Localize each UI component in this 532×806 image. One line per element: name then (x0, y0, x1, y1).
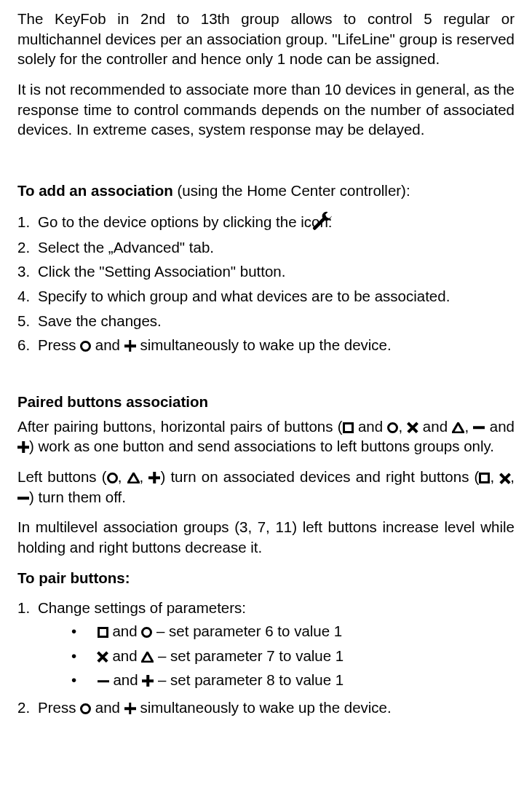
step-3: 3.Click the "Setting Association" button… (17, 261, 515, 282)
square-icon (343, 422, 354, 433)
step-2: 2.Select the „Advanced" tab. (17, 237, 515, 258)
plus-icon (124, 703, 136, 714)
step-1: 1.Go to the device options by clicking t… (17, 211, 515, 233)
intro-paragraph-2: It is not recommended to associate more … (17, 79, 515, 140)
svg-marker-0 (453, 423, 464, 432)
minus-icon (17, 493, 29, 504)
pair-step-1: 1.Change settings of parameters: and – s… (17, 598, 515, 690)
document-page: The KeyFob in 2nd to 13th group allows t… (0, 0, 532, 806)
circle-icon (80, 341, 91, 352)
paired-paragraph-3: In multilevel association groups (3, 7, … (17, 517, 515, 557)
x-icon (408, 422, 418, 433)
add-association-heading: To add an association (using the Home Ce… (17, 181, 515, 201)
to-pair-heading: To pair buttons: (17, 568, 515, 588)
svg-marker-1 (128, 473, 139, 483)
circle-icon (107, 473, 118, 483)
triangle-icon (127, 473, 140, 483)
add-association-steps: 1.Go to the device options by clicking t… (17, 211, 515, 355)
plus-icon (124, 340, 136, 352)
pair-bullet-3: and – set parameter 8 to value 1 (42, 670, 515, 690)
svg-marker-2 (142, 652, 153, 662)
pair-bullet-1: and – set parameter 6 to value 1 (42, 621, 515, 641)
square-icon (479, 473, 490, 483)
add-association-heading-bold: To add an association (17, 182, 173, 199)
pair-bullets: and – set parameter 6 to value 1 and – s… (42, 621, 515, 690)
circle-icon (80, 703, 91, 714)
add-association-heading-rest: (using the Home Center controller): (173, 182, 410, 199)
triangle-icon (141, 652, 154, 663)
step-5: 5.Save the changes. (17, 311, 515, 331)
plus-icon (142, 675, 154, 687)
paired-heading: Paired buttons association (17, 392, 515, 412)
step-4: 4.Specify to which group and what device… (17, 286, 515, 307)
intro-paragraph-1: The KeyFob in 2nd to 13th group allows t… (17, 9, 515, 69)
pair-step-2: 2.Press and simultaneously to wake up th… (17, 698, 515, 718)
pair-bullet-2: and – set parameter 7 to value 1 (42, 646, 515, 666)
x-icon (98, 652, 108, 663)
circle-icon (141, 627, 152, 638)
minus-icon (473, 422, 485, 433)
triangle-icon (452, 422, 464, 433)
minus-icon (98, 676, 109, 687)
circle-icon (387, 422, 398, 433)
plus-icon (148, 472, 160, 483)
pair-steps: 1.Change settings of parameters: and – s… (17, 598, 515, 717)
wrench-icon (336, 211, 358, 233)
square-icon (98, 627, 108, 638)
step-6: 6.Press and simultaneously to wake up th… (17, 335, 515, 355)
plus-icon (17, 441, 29, 453)
paired-paragraph-2: Left buttons (, , ) turn on associated d… (17, 467, 515, 507)
x-icon (499, 473, 510, 483)
paired-paragraph-1: After pairing buttons, horizontal pairs … (17, 416, 515, 457)
